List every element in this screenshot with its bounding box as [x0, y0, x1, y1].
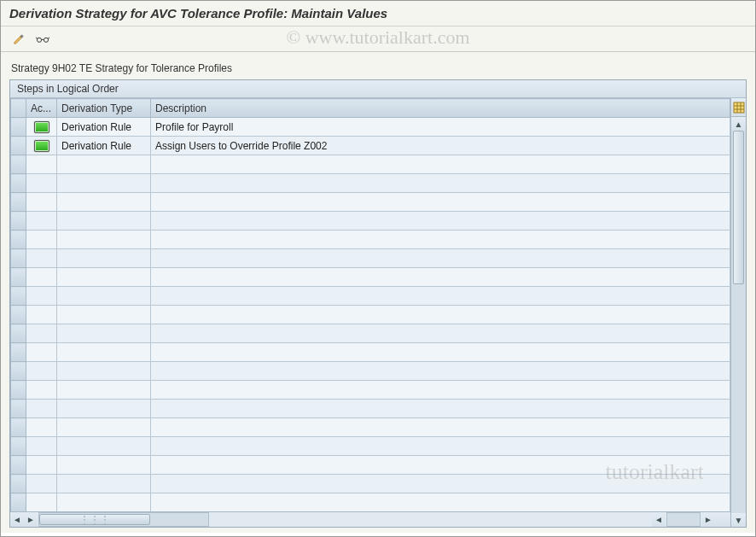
cell-description[interactable] [151, 456, 730, 475]
cell-active[interactable] [26, 155, 57, 174]
cell-active[interactable] [26, 362, 57, 381]
cell-active[interactable] [26, 437, 57, 456]
table-row-empty[interactable] [11, 456, 730, 475]
row-selector[interactable] [11, 493, 26, 512]
cell-description[interactable] [151, 418, 730, 437]
table-row-empty[interactable] [11, 155, 730, 174]
cell-type[interactable] [57, 231, 151, 249]
table-row-empty[interactable] [11, 418, 730, 437]
table-settings-button[interactable] [731, 98, 746, 117]
cell-type[interactable] [57, 155, 151, 174]
cell-description[interactable] [151, 174, 730, 193]
cell-type[interactable] [57, 193, 151, 212]
cell-description[interactable] [151, 475, 730, 493]
display-button[interactable] [33, 31, 52, 48]
cell-active[interactable] [26, 493, 57, 512]
cell-active[interactable] [26, 306, 57, 324]
cell-description[interactable] [151, 362, 730, 381]
cell-description[interactable] [151, 212, 730, 231]
cell-active[interactable] [26, 381, 57, 400]
cell-description[interactable]: Assign Users to Override Profile Z002 [151, 137, 730, 155]
cell-type[interactable] [57, 418, 151, 437]
scroll-up-icon[interactable]: ▲ [731, 117, 746, 131]
row-selector[interactable] [11, 306, 26, 324]
cell-active[interactable] [26, 212, 57, 231]
row-selector[interactable] [11, 249, 26, 268]
row-selector[interactable] [11, 268, 26, 287]
cell-description[interactable] [151, 268, 730, 287]
row-selector[interactable] [11, 381, 26, 400]
col-header-description[interactable]: Description [151, 99, 730, 118]
cell-active[interactable] [26, 343, 57, 362]
cell-active[interactable] [26, 287, 57, 306]
cell-description[interactable] [151, 306, 730, 324]
cell-active[interactable] [26, 324, 57, 343]
cell-type[interactable] [57, 456, 151, 475]
h-scroll-track-right[interactable] [666, 512, 701, 527]
cell-description[interactable] [151, 400, 730, 418]
scroll-left-icon[interactable]: ◄ [10, 512, 24, 527]
row-selector[interactable] [11, 231, 26, 249]
row-selector[interactable] [11, 400, 26, 418]
table-row-empty[interactable] [11, 400, 730, 418]
row-selector[interactable] [11, 475, 26, 493]
scroll-right2-icon[interactable]: ► [701, 512, 715, 527]
h-scroll-track[interactable]: ⋮⋮⋮ [38, 512, 209, 527]
cell-description[interactable] [151, 381, 730, 400]
table-row-empty[interactable] [11, 437, 730, 456]
cell-type[interactable] [57, 287, 151, 306]
cell-active[interactable] [26, 418, 57, 437]
cell-active[interactable] [26, 400, 57, 418]
table-row[interactable]: Derivation RuleAssign Users to Override … [11, 137, 730, 155]
col-header-type[interactable]: Derivation Type [57, 99, 151, 118]
cell-type[interactable] [57, 249, 151, 268]
cell-type[interactable] [57, 475, 151, 493]
table-row-empty[interactable] [11, 343, 730, 362]
v-scroll-thumb[interactable] [733, 131, 744, 284]
cell-type[interactable] [57, 306, 151, 324]
cell-active[interactable] [26, 456, 57, 475]
cell-description[interactable] [151, 155, 730, 174]
cell-active[interactable] [26, 137, 57, 155]
row-selector[interactable] [11, 287, 26, 306]
cell-type[interactable] [57, 212, 151, 231]
scroll-right-icon[interactable]: ► [24, 512, 38, 527]
cell-type[interactable] [57, 437, 151, 456]
cell-active[interactable] [26, 174, 57, 193]
row-selector[interactable] [11, 437, 26, 456]
table-row-empty[interactable] [11, 212, 730, 231]
cell-type[interactable]: Derivation Rule [57, 137, 151, 155]
scroll-down-icon[interactable]: ▼ [731, 513, 746, 527]
cell-type[interactable] [57, 343, 151, 362]
cell-description[interactable] [151, 324, 730, 343]
table-row-empty[interactable] [11, 268, 730, 287]
col-header-selector[interactable] [11, 99, 26, 118]
row-selector[interactable] [11, 324, 26, 343]
cell-description[interactable]: Profile for Payroll [151, 118, 730, 137]
row-selector[interactable] [11, 212, 26, 231]
v-scroll-track[interactable] [731, 131, 746, 513]
vertical-scrollbar[interactable]: ▲ ▼ [730, 98, 746, 527]
cell-description[interactable] [151, 193, 730, 212]
cell-active[interactable] [26, 231, 57, 249]
cell-type[interactable] [57, 493, 151, 512]
cell-description[interactable] [151, 287, 730, 306]
cell-description[interactable] [151, 437, 730, 456]
table-row-empty[interactable] [11, 381, 730, 400]
row-selector[interactable] [11, 137, 26, 155]
cell-active[interactable] [26, 118, 57, 137]
cell-active[interactable] [26, 193, 57, 212]
cell-description[interactable] [151, 249, 730, 268]
table-row-empty[interactable] [11, 493, 730, 512]
row-selector[interactable] [11, 174, 26, 193]
edit-button[interactable] [9, 31, 28, 48]
table-row-empty[interactable] [11, 287, 730, 306]
row-selector[interactable] [11, 418, 26, 437]
cell-type[interactable] [57, 268, 151, 287]
row-selector[interactable] [11, 118, 26, 137]
table-row-empty[interactable] [11, 193, 730, 212]
table-row-empty[interactable] [11, 174, 730, 193]
row-selector[interactable] [11, 193, 26, 212]
table-row-empty[interactable] [11, 249, 730, 268]
table-row[interactable]: Derivation RuleProfile for Payroll [11, 118, 730, 137]
